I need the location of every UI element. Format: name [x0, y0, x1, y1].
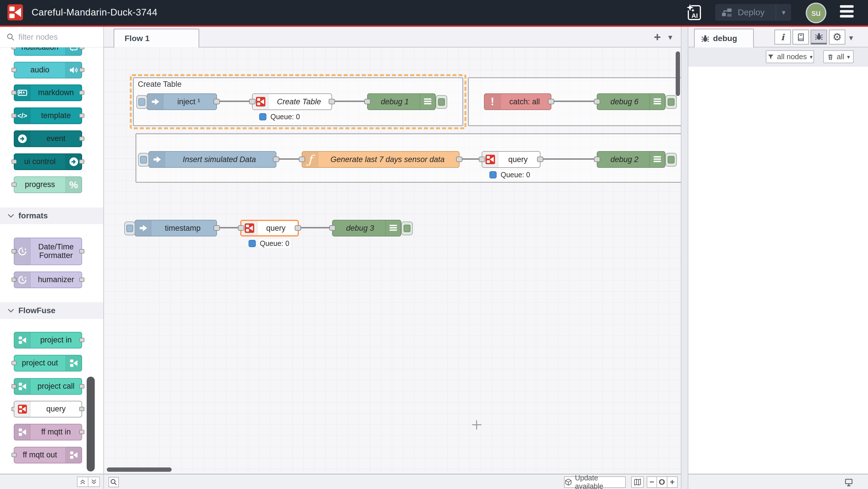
- port[interactable]: [548, 99, 554, 104]
- palette-node-ff-mqtt-in[interactable]: ff mqtt in: [14, 424, 82, 440]
- canvas-horizontal-scrollbar[interactable]: [107, 467, 172, 472]
- port[interactable]: [11, 48, 17, 50]
- inject-button[interactable]: [136, 95, 147, 109]
- palette-node-audio[interactable]: audio: [14, 62, 82, 79]
- port[interactable]: [79, 68, 84, 72]
- canvas-vertical-scrollbar[interactable]: [676, 51, 680, 96]
- port[interactable]: [249, 99, 255, 104]
- canvas-search-button[interactable]: [108, 477, 119, 487]
- port[interactable]: [79, 114, 84, 118]
- port[interactable]: [79, 48, 84, 50]
- info-tab-button[interactable]: i: [774, 30, 791, 45]
- deploy-button[interactable]: Deploy ▾: [715, 4, 791, 21]
- user-avatar[interactable]: su: [806, 3, 826, 23]
- port[interactable]: [79, 278, 84, 282]
- port[interactable]: [11, 182, 17, 187]
- palette-scroll-area[interactable]: notification audio: [0, 48, 103, 474]
- palette-node-notification[interactable]: notification: [14, 48, 82, 56]
- node-query-3-selected[interactable]: query: [240, 220, 299, 236]
- debug-filter-button[interactable]: all nodes ▾: [766, 50, 814, 63]
- open-dashboard-icon[interactable]: [843, 477, 855, 488]
- config-tab-button[interactable]: ⚙: [829, 30, 845, 45]
- port[interactable]: [329, 225, 336, 231]
- palette-node-markdown[interactable]: markdown: [14, 84, 82, 101]
- palette-node-template[interactable]: </> template: [14, 108, 82, 124]
- main-menu-icon[interactable]: [840, 5, 854, 20]
- port[interactable]: [214, 99, 220, 104]
- inject-button[interactable]: [138, 153, 149, 167]
- node-timestamp[interactable]: timestamp: [135, 220, 217, 236]
- add-flow-icon[interactable]: +: [651, 31, 663, 44]
- node-debug-6[interactable]: debug 6: [597, 93, 665, 110]
- node-inject[interactable]: inject ¹: [147, 93, 217, 110]
- debug-clear-button[interactable]: all ▾: [823, 50, 854, 63]
- port[interactable]: [11, 361, 17, 365]
- tab-flow-1[interactable]: Flow 1: [114, 29, 199, 48]
- node-insert-simulated-data[interactable]: Insert simulated Data: [148, 151, 276, 168]
- debug-tab-button[interactable]: [811, 30, 827, 45]
- deploy-options-caret-icon[interactable]: ▾: [776, 4, 791, 21]
- node-query-2[interactable]: query: [482, 151, 540, 168]
- palette-section-formats[interactable]: formats: [0, 207, 103, 224]
- port[interactable]: [79, 137, 84, 141]
- flow-canvas[interactable]: Create Table: [104, 48, 681, 474]
- port[interactable]: [329, 99, 335, 104]
- node-catch-all[interactable]: ! catch: all: [484, 93, 551, 110]
- node-create-table-query[interactable]: Create Table: [252, 93, 332, 110]
- palette-node-datetime-formatter[interactable]: Date/Time Formatter: [14, 238, 82, 265]
- update-available-button[interactable]: Update available: [564, 477, 626, 488]
- zoom-in-button[interactable]: +: [668, 477, 678, 488]
- palette-node-humanizer[interactable]: humanizer: [14, 271, 82, 288]
- debug-toggle-button[interactable]: [401, 222, 413, 235]
- node-debug-3[interactable]: debug 3: [332, 220, 401, 236]
- port[interactable]: [11, 160, 17, 164]
- palette-node-ui-control[interactable]: ui control: [14, 153, 82, 170]
- panel-splitter[interactable]: [681, 27, 688, 489]
- flowfuse-logo-icon[interactable]: [7, 4, 23, 20]
- port[interactable]: [238, 225, 244, 231]
- port[interactable]: [79, 384, 84, 389]
- zoom-reset-button[interactable]: O: [657, 477, 668, 488]
- port[interactable]: [299, 156, 305, 162]
- port[interactable]: [479, 156, 485, 162]
- palette-node-project-out[interactable]: project out: [14, 355, 82, 372]
- port[interactable]: [79, 249, 84, 253]
- node-function-generate-sensor-data[interactable]: ƒ Generate last 7 days sensor data: [302, 151, 460, 168]
- port[interactable]: [456, 156, 462, 162]
- port[interactable]: [11, 68, 17, 72]
- expand-all-button[interactable]: [88, 477, 100, 487]
- port[interactable]: [79, 407, 84, 411]
- help-tab-button[interactable]: [793, 30, 809, 45]
- port[interactable]: [537, 156, 544, 162]
- palette-search[interactable]: [0, 27, 103, 48]
- port[interactable]: [11, 453, 17, 457]
- palette-node-query[interactable]: query: [14, 401, 82, 418]
- port[interactable]: [594, 99, 600, 104]
- minimap-button[interactable]: [631, 477, 644, 488]
- palette-node-ff-mqtt-out[interactable]: ff mqtt out: [14, 447, 82, 463]
- palette-section-flowfuse[interactable]: FlowFuse: [0, 302, 103, 319]
- port[interactable]: [273, 156, 279, 162]
- port[interactable]: [364, 99, 371, 104]
- port[interactable]: [79, 338, 84, 342]
- tab-debug[interactable]: debug: [694, 29, 754, 48]
- port[interactable]: [214, 225, 220, 231]
- port[interactable]: [295, 225, 301, 231]
- palette-node-project-in[interactable]: project in: [14, 332, 82, 348]
- port[interactable]: [79, 90, 84, 95]
- inject-button[interactable]: [124, 222, 135, 235]
- debug-toggle-button[interactable]: [665, 95, 677, 109]
- debug-toggle-button[interactable]: [665, 153, 677, 167]
- zoom-out-button[interactable]: −: [647, 477, 657, 488]
- palette-node-event[interactable]: event: [14, 131, 82, 147]
- port[interactable]: [79, 430, 84, 434]
- palette-scrollbar[interactable]: [87, 377, 95, 471]
- node-debug-1[interactable]: debug 1: [367, 93, 436, 110]
- debug-toggle-button[interactable]: [436, 95, 447, 109]
- node-debug-2[interactable]: debug 2: [597, 151, 665, 168]
- ai-assistant-button[interactable]: AI: [686, 3, 702, 21]
- palette-filter-input[interactable]: [19, 32, 90, 42]
- sidebar-menu-caret-icon[interactable]: ▾: [849, 33, 853, 42]
- collapse-all-button[interactable]: [77, 477, 88, 487]
- port[interactable]: [594, 156, 600, 162]
